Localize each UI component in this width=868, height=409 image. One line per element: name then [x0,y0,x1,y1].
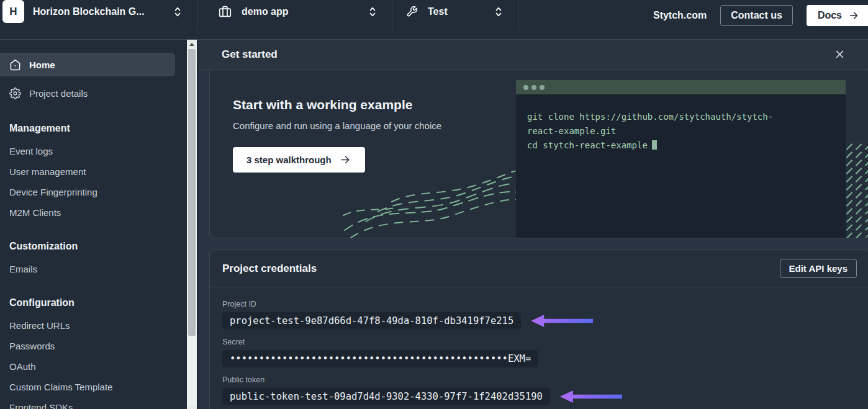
briefcase-icon [219,5,232,18]
wrench-icon [406,6,418,17]
working-example-card: Start with a working example Configure a… [209,69,868,238]
chevron-up-down-icon [173,6,182,17]
app-name-label: demo app [242,6,289,17]
window-dot-icon [540,85,545,90]
sidebar-item-label: M2M Clients [9,207,61,218]
get-started-title: Get started [222,48,278,61]
triangle-up-icon [189,43,194,46]
project-credentials-card: Project credentials Edit API keys Projec… [209,249,868,409]
sidebar-item-m2m-clients[interactable]: M2M Clients [0,202,199,223]
org-switcher[interactable]: H Horizon Blockchain G... [0,0,197,31]
chevron-up-down-icon [368,6,377,17]
sidebar-section-customization: Customization [0,238,199,254]
stytch-com-link[interactable]: Stytch.com [653,10,707,21]
docs-label: Docs [818,10,842,21]
sidebar-item-oauth[interactable]: OAuth [0,356,199,377]
code-line: git clone https://github.com/stytchauth/… [527,110,834,124]
code-line: react-example.git [527,124,834,138]
sidebar-item-label: Frontend SDKs [9,402,73,409]
sidebar-item-label: User management [9,166,86,177]
sidebar-scrollbar[interactable] [187,40,197,409]
sidebar-item-label: Emails [9,264,37,274]
sidebar-item-label: Home [29,60,55,70]
sidebar-item-emails[interactable]: Emails [0,259,199,279]
sidebar-item-passwords[interactable]: Passwords [0,336,199,356]
credentials-header: Project credentials Edit API keys [210,250,868,287]
contact-us-button[interactable]: Contact us [720,5,793,26]
project-id-label: Project ID [222,300,856,308]
sidebar-section-management: Management [0,120,199,137]
main-content: Get started Start with a working example… [199,40,868,409]
sidebar-item-project-details[interactable]: Project details [0,81,199,105]
secret-label: Secret [222,338,856,346]
gear-icon [9,88,21,99]
window-dot-icon [531,85,536,90]
app-switcher[interactable]: demo app [197,0,392,31]
sidebar-item-user-management[interactable]: User management [0,161,199,182]
secret-value[interactable]: ••••••••••••••••••••••••••••••••••••••••… [222,350,538,367]
credentials-title: Project credentials [222,263,317,275]
sidebar-item-frontend-sdks[interactable]: Frontend SDKs [0,397,199,409]
window-dot-icon [523,85,528,90]
org-logo: H [2,0,24,23]
sidebar-item-label: Custom Claims Template [9,382,112,392]
terminal-titlebar [516,80,846,94]
home-icon [9,59,21,71]
arrow-right-icon [848,11,859,20]
edit-api-keys-button[interactable]: Edit API keys [780,259,857,278]
arrow-left-annotation-icon [531,315,593,327]
scrollbar-down-button[interactable] [187,406,197,409]
docs-button[interactable]: Docs [807,5,868,26]
terminal-code: git clone https://github.com/stytchauth/… [516,94,846,238]
org-logo-letter: H [9,6,17,18]
terminal-window: git clone https://github.com/stytchauth/… [516,80,846,238]
sidebar-item-label: OAuth [9,361,36,372]
sidebar-item-label: Device Fingerprinting [9,187,97,197]
public-token-label: Public token [222,375,856,384]
org-name-label: Horizon Blockchain G... [33,6,145,17]
environment-switcher[interactable]: Test [392,0,518,31]
chevron-up-down-icon [494,6,503,17]
arrow-right-icon [339,155,351,165]
contact-us-label: Contact us [731,10,782,20]
credentials-body: Project ID project-test-9e87d66d-47f8-49… [210,287,868,405]
get-started-header: Get started [199,40,868,70]
code-line: cd stytch-react-example [527,138,834,153]
sidebar-item-device-fingerprinting[interactable]: Device Fingerprinting [0,182,199,202]
sidebar-item-label: Passwords [9,341,55,351]
sidebar-item-label: Event logs [9,146,53,156]
close-icon[interactable] [833,48,846,61]
sidebar-item-home[interactable]: Home [0,53,175,76]
sidebar-nav: Home Project details Management Event lo… [0,40,199,409]
example-card-title: Start with a working example [233,97,441,112]
terminal-cursor [652,140,657,150]
decorative-diagonal-dashes [846,143,868,238]
edit-api-keys-label: Edit API keys [789,263,848,274]
sidebar-item-custom-claims-template[interactable]: Custom Claims Template [0,377,199,397]
scrollbar-thumb[interactable] [188,49,196,336]
topbar-links: Stytch.com Contact us Docs [653,5,868,26]
scrollbar-up-button[interactable] [187,40,197,48]
top-bar: H Horizon Blockchain G... demo app Test … [0,0,868,40]
example-card-subtitle: Configure and run using a language of yo… [233,120,441,131]
sidebar-section-configuration: Configuration [0,295,199,311]
sidebar-item-redirect-urls[interactable]: Redirect URLs [0,315,199,336]
code-line-text: cd stytch-react-example [527,140,648,150]
walkthrough-label: 3 step walkthrough [246,155,332,165]
walkthrough-button[interactable]: 3 step walkthrough [233,147,365,173]
sidebar-item-label: Redirect URLs [9,320,70,331]
sidebar-item-label: Project details [29,88,88,99]
env-name-label: Test [428,6,448,17]
decorative-waves [342,171,522,238]
public-token-value[interactable]: public-token-test-09ad7d4d-9302-4330-97f… [222,388,550,405]
sidebar-item-event-logs[interactable]: Event logs [0,141,199,161]
project-id-value[interactable]: project-test-9e87d66d-47f8-49da-810f-db3… [222,312,521,330]
arrow-left-annotation-icon [560,390,622,403]
